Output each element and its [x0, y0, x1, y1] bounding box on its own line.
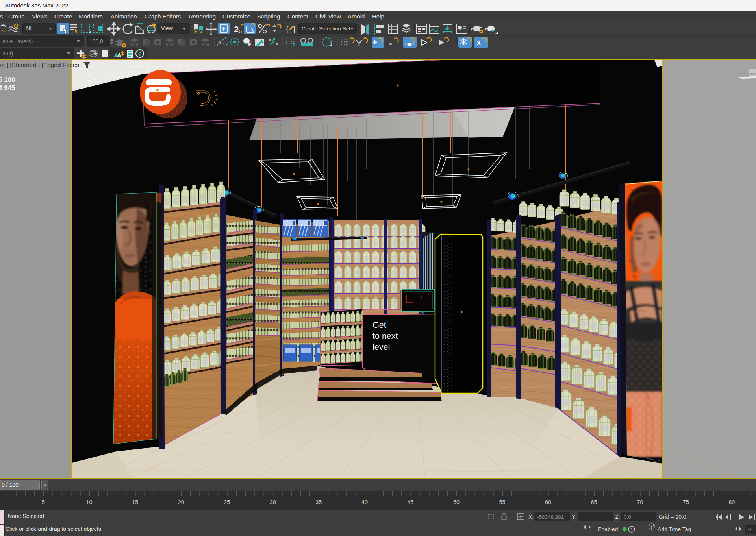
svg-text:2: 2 — [234, 24, 239, 34]
svg-text:10: 10 — [86, 499, 93, 505]
svg-text:100,0: 100,0 — [89, 38, 103, 44]
svg-text:{: { — [286, 25, 289, 33]
svg-text:A: A — [292, 42, 296, 48]
svg-text:Y:: Y: — [572, 514, 576, 520]
svg-text:65: 65 — [591, 499, 597, 505]
svg-text:5 100: 5 100 — [0, 76, 15, 83]
svg-text:5: 5 — [42, 499, 45, 505]
svg-text:Z:: Z: — [615, 514, 620, 520]
svg-text:80: 80 — [728, 499, 735, 505]
svg-text:}: } — [293, 25, 296, 33]
svg-text:35: 35 — [315, 499, 322, 505]
svg-text:View: View — [161, 25, 173, 31]
svg-text:?: ? — [138, 51, 142, 57]
svg-text:Get: Get — [372, 320, 386, 330]
svg-text:15: 15 — [132, 499, 138, 505]
svg-text:ve ] [Standard ] [Edged Face: ve ] [Standard ] [Edged Faces ] — [0, 61, 83, 68]
svg-text:70: 70 — [637, 499, 643, 505]
svg-text:Grid = 10,0: Grid = 10,0 — [659, 514, 686, 520]
svg-text:30: 30 — [270, 499, 276, 505]
svg-text:to next: to next — [372, 331, 398, 341]
svg-text:40: 40 — [361, 499, 368, 505]
svg-text:1: 1 — [630, 527, 633, 532]
svg-text:FRO: FRO — [749, 72, 756, 76]
svg-text:45: 45 — [407, 499, 413, 505]
svg-text:X: X — [476, 39, 481, 47]
svg-text:Create Selection Set: Create Selection Set — [302, 26, 350, 31]
svg-text:50: 50 — [453, 499, 460, 505]
svg-text:75: 75 — [683, 499, 689, 505]
svg-text:able Layers): able Layers) — [2, 38, 33, 44]
svg-text:Add Time Tag: Add Time Tag — [658, 526, 691, 532]
svg-text:ault): ault) — [2, 50, 13, 57]
svg-text:55: 55 — [499, 499, 505, 505]
svg-text:All: All — [25, 25, 32, 31]
svg-text:0: 0 — [748, 527, 751, 532]
svg-text:-58348,281: -58348,281 — [537, 514, 564, 520]
svg-text:20: 20 — [178, 499, 184, 505]
svg-text:l: l — [0, 68, 0, 74]
svg-text:Enabled:: Enabled: — [598, 526, 619, 532]
svg-text:25: 25 — [224, 499, 230, 505]
svg-text:level: level — [372, 342, 390, 352]
svg-text:0,0: 0,0 — [624, 514, 631, 520]
svg-text:X:: X: — [528, 514, 534, 520]
svg-text:4 945: 4 945 — [0, 84, 15, 92]
svg-text:60: 60 — [545, 499, 551, 505]
svg-text:5: 5 — [239, 28, 242, 34]
